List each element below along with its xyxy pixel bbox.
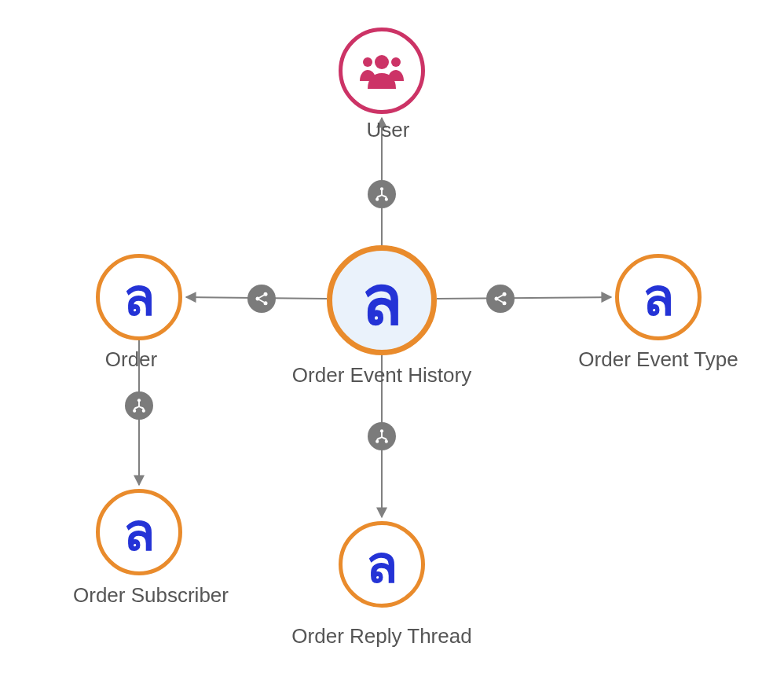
svg-line-11 bbox=[498, 295, 503, 297]
node-label-order-reply-thread: Order Reply Thread bbox=[291, 624, 471, 648]
share-icon bbox=[493, 291, 508, 307]
node-label-order-event-type: Order Event Type bbox=[578, 347, 738, 372]
node-order-event-history[interactable]: ล bbox=[327, 245, 437, 355]
branch-icon bbox=[131, 398, 147, 413]
svg-point-15 bbox=[385, 440, 388, 443]
node-order-reply-thread[interactable]: ล bbox=[339, 521, 425, 608]
node-order[interactable]: ล bbox=[96, 254, 182, 340]
node-label-user: User bbox=[367, 118, 410, 142]
svg-point-14 bbox=[376, 440, 379, 443]
share-icon bbox=[254, 291, 269, 307]
svg-point-1 bbox=[376, 198, 379, 201]
branch-icon bbox=[374, 428, 390, 444]
node-user[interactable] bbox=[339, 28, 425, 114]
entity-glyph-icon: ล bbox=[123, 271, 155, 323]
relationship-badge-many-to-one[interactable] bbox=[368, 180, 396, 208]
svg-line-7 bbox=[259, 299, 264, 302]
svg-point-20 bbox=[391, 57, 401, 67]
node-order-event-type[interactable]: ล bbox=[615, 254, 702, 340]
svg-point-21 bbox=[375, 55, 389, 69]
node-order-subscriber[interactable]: ล bbox=[96, 489, 182, 575]
svg-point-8 bbox=[495, 297, 499, 301]
svg-point-2 bbox=[385, 198, 388, 201]
edge-center-order-event-type bbox=[437, 297, 611, 299]
svg-point-13 bbox=[380, 429, 383, 432]
svg-point-17 bbox=[133, 410, 136, 413]
entity-glyph-icon: ล bbox=[366, 538, 397, 590]
users-icon bbox=[357, 50, 407, 92]
svg-point-9 bbox=[503, 292, 507, 296]
entity-glyph-icon: ล bbox=[643, 271, 674, 323]
svg-point-4 bbox=[264, 292, 268, 296]
svg-point-19 bbox=[363, 57, 372, 67]
relationship-badge-many-to-one[interactable] bbox=[368, 422, 396, 450]
svg-line-12 bbox=[498, 299, 503, 302]
svg-point-16 bbox=[137, 399, 141, 402]
relationship-badge-many-to-one[interactable] bbox=[125, 391, 153, 420]
svg-line-6 bbox=[259, 295, 264, 297]
svg-point-10 bbox=[503, 301, 507, 305]
svg-point-18 bbox=[142, 410, 145, 413]
entity-glyph-icon: ล bbox=[361, 266, 403, 334]
svg-point-0 bbox=[380, 187, 383, 190]
node-label-order-event-history: Order Event History bbox=[292, 363, 471, 388]
relationship-badge-one-to-many[interactable] bbox=[486, 285, 515, 313]
relationship-badge-one-to-many[interactable] bbox=[247, 285, 276, 313]
entity-glyph-icon: ล bbox=[123, 506, 155, 558]
svg-point-3 bbox=[256, 297, 260, 301]
node-label-order-subscriber: Order Subscriber bbox=[73, 583, 229, 608]
diagram-canvas: ล Order Event History User bbox=[0, 0, 784, 698]
node-label-order: Order bbox=[105, 347, 157, 372]
svg-point-5 bbox=[264, 301, 268, 305]
branch-icon bbox=[374, 186, 390, 202]
